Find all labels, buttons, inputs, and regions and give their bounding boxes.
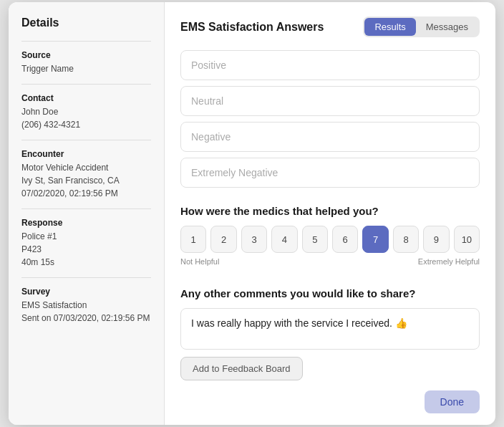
rating-row: 12345678910 bbox=[180, 226, 480, 253]
tab-messages[interactable]: Messages bbox=[416, 18, 478, 36]
comments-question: Any other comments you would like to sha… bbox=[180, 287, 480, 299]
footer-row: Done bbox=[180, 380, 480, 413]
detail-section: SourceTrigger Name bbox=[21, 41, 151, 84]
detail-label: Response bbox=[21, 218, 151, 228]
detail-label: Source bbox=[21, 50, 151, 60]
tab-group: Results Messages bbox=[363, 16, 480, 37]
detail-label: Encounter bbox=[21, 149, 151, 159]
answer-options-container: PositiveNeutralNegativeExtremely Negativ… bbox=[180, 50, 480, 193]
answer-option[interactable]: Extremely Negative bbox=[180, 158, 480, 188]
detail-section: ResponsePolice #1 P423 40m 15s bbox=[21, 208, 151, 277]
rating-btn-3[interactable]: 3 bbox=[241, 226, 267, 253]
tab-results[interactable]: Results bbox=[364, 18, 415, 36]
answer-option[interactable]: Positive bbox=[180, 50, 480, 80]
done-button[interactable]: Done bbox=[425, 390, 480, 413]
detail-value: John Doe (206) 432-4321 bbox=[21, 105, 151, 131]
comment-text: I was really happy with the service I re… bbox=[180, 308, 480, 350]
detail-value: Police #1 P423 40m 15s bbox=[21, 230, 151, 269]
left-panel-title: Details bbox=[21, 16, 151, 29]
add-to-feedback-button[interactable]: Add to Feedback Board bbox=[180, 357, 303, 380]
modal: Details SourceTrigger NameContactJohn Do… bbox=[9, 2, 495, 425]
left-panel: Details SourceTrigger NameContactJohn Do… bbox=[9, 2, 165, 425]
right-panel-title: EMS Satisfaction Answers bbox=[180, 21, 324, 34]
rating-labels: Not Helpful Extremely Helpful bbox=[180, 257, 480, 266]
rating-btn-4[interactable]: 4 bbox=[271, 226, 297, 253]
detail-label: Contact bbox=[21, 93, 151, 103]
rating-btn-1[interactable]: 1 bbox=[180, 226, 206, 253]
rating-label-left: Not Helpful bbox=[180, 257, 219, 266]
rating-label-right: Extremely Helpful bbox=[418, 257, 480, 266]
answer-option[interactable]: Negative bbox=[180, 122, 480, 152]
detail-section: EncounterMotor Vehicle Accident Ivy St, … bbox=[21, 140, 151, 208]
detail-label: Survey bbox=[21, 287, 151, 297]
detail-section: ContactJohn Doe (206) 432-4321 bbox=[21, 84, 151, 140]
detail-value: Motor Vehicle Accident Ivy St, San Franc… bbox=[21, 161, 151, 200]
rating-btn-8[interactable]: 8 bbox=[393, 226, 419, 253]
rating-btn-9[interactable]: 9 bbox=[423, 226, 449, 253]
rating-btn-5[interactable]: 5 bbox=[302, 226, 328, 253]
rating-btn-10[interactable]: 10 bbox=[454, 226, 480, 253]
rating-btn-7[interactable]: 7 bbox=[362, 226, 388, 253]
detail-value: Trigger Name bbox=[21, 62, 151, 75]
right-header: EMS Satisfaction Answers Results Message… bbox=[180, 16, 480, 37]
rating-btn-2[interactable]: 2 bbox=[210, 226, 236, 253]
detail-section: SurveyEMS Satisfaction Sent on 07/03/202… bbox=[21, 277, 151, 333]
rating-btn-6[interactable]: 6 bbox=[332, 226, 358, 253]
rating-question: How were the medics that helped you? bbox=[180, 205, 480, 217]
answer-option[interactable]: Neutral bbox=[180, 86, 480, 116]
detail-value: EMS Satisfaction Sent on 07/03/2020, 02:… bbox=[21, 299, 151, 325]
right-panel: EMS Satisfaction Answers Results Message… bbox=[165, 2, 495, 425]
